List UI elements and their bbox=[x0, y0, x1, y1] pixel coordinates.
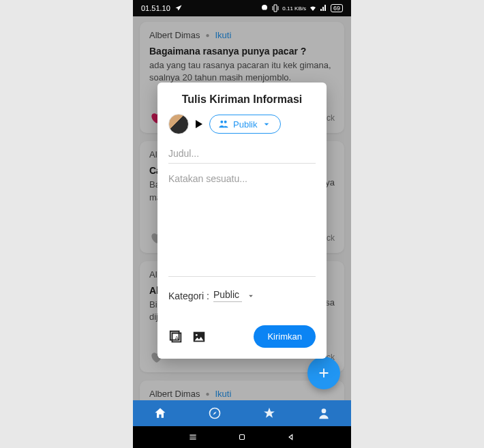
image-icon[interactable] bbox=[192, 329, 207, 344]
signal-icon bbox=[320, 4, 328, 12]
submit-button[interactable]: Kirimkan bbox=[254, 325, 316, 348]
back-button[interactable] bbox=[286, 432, 296, 442]
category-label: Kategori : bbox=[168, 290, 209, 301]
bottom-nav bbox=[133, 400, 351, 426]
vibrate-icon bbox=[271, 4, 279, 12]
audience-row: Publik bbox=[168, 114, 316, 134]
category-row: Kategori : Public bbox=[168, 289, 316, 302]
status-time: 01.51.10 bbox=[141, 4, 170, 12]
fab-create-button[interactable] bbox=[307, 357, 340, 389]
app-content: Albert Dimas ● Ikuti Bagaimana rasanya p… bbox=[133, 16, 351, 400]
text-format-icon[interactable]: A bbox=[168, 329, 183, 344]
post-title: Bagaimana rasanya punya pacar ? bbox=[149, 46, 335, 57]
status-bar: 01.51.10 0.11 KB/s 69 bbox=[133, 0, 351, 16]
separator-dot: ● bbox=[205, 390, 209, 398]
follow-link[interactable]: Ikuti bbox=[215, 30, 231, 40]
body-input[interactable] bbox=[168, 169, 316, 277]
phone-frame: 01.51.10 0.11 KB/s 69 Albert Dimas ● Iku… bbox=[133, 0, 351, 448]
arrow-right-icon bbox=[196, 120, 202, 128]
net-speed: 0.11 KB/s bbox=[282, 5, 306, 12]
svg-text:A: A bbox=[175, 334, 179, 341]
wifi-icon bbox=[309, 4, 317, 12]
audience-selector[interactable]: Publik bbox=[209, 115, 281, 134]
compose-modal: Tulis Kiriman Informasi Publik Kategori … bbox=[157, 83, 327, 359]
post-header: Albert Dimas ● Ikuti bbox=[149, 30, 335, 40]
svg-rect-4 bbox=[240, 435, 245, 440]
plus-icon bbox=[316, 365, 331, 380]
home-icon[interactable] bbox=[153, 406, 167, 420]
telegram-icon bbox=[175, 4, 183, 12]
star-icon[interactable] bbox=[262, 406, 276, 420]
profile-icon[interactable] bbox=[317, 406, 331, 420]
follow-link[interactable]: Ikuti bbox=[215, 389, 231, 399]
post-body: ada yang tau rasanya pacaran itu kek gim… bbox=[149, 59, 335, 84]
recent-apps-button[interactable] bbox=[188, 432, 198, 442]
author-name: Albert Dimas bbox=[149, 30, 200, 40]
modal-title: Tulis Kiriman Informasi bbox=[168, 93, 316, 106]
title-input[interactable] bbox=[168, 144, 316, 164]
home-button[interactable] bbox=[237, 432, 247, 442]
system-nav bbox=[133, 426, 351, 448]
svg-point-3 bbox=[322, 408, 327, 413]
audience-label: Publik bbox=[233, 119, 257, 130]
explore-icon[interactable] bbox=[208, 406, 222, 420]
author-name: Albert Dimas bbox=[149, 389, 200, 399]
chevron-down-icon bbox=[246, 291, 256, 301]
separator-dot: ● bbox=[205, 31, 209, 39]
category-selector[interactable]: Public bbox=[213, 289, 242, 302]
alarm-icon bbox=[260, 4, 269, 12]
group-icon bbox=[218, 119, 229, 130]
svg-point-1 bbox=[196, 333, 198, 335]
battery-indicator: 69 bbox=[331, 4, 343, 12]
avatar bbox=[168, 114, 189, 134]
modal-actions: A Kirimkan bbox=[168, 325, 316, 348]
chevron-down-icon bbox=[261, 119, 272, 130]
